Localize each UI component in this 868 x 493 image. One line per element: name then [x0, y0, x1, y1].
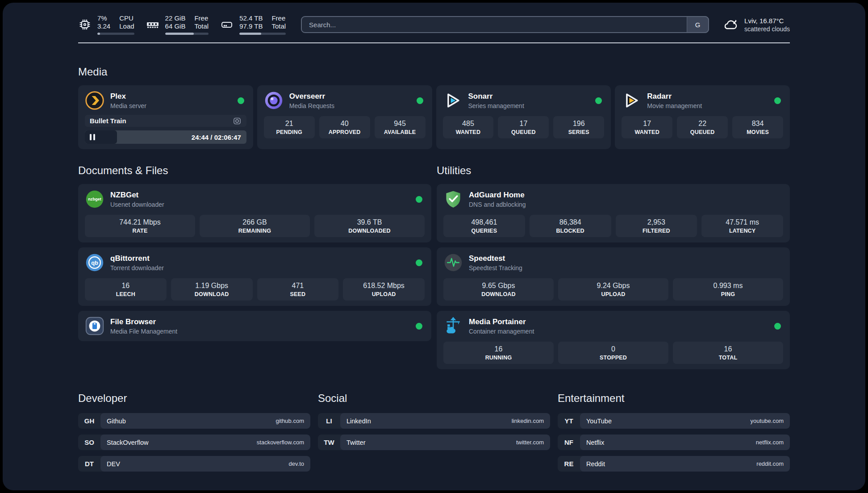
speedtest-card[interactable]: Speedtest Speedtest Tracking 9.65 Gbps D…	[437, 247, 790, 306]
stat-label: WANTED	[447, 129, 490, 135]
developer-column: Developer GH Github github.com SO StackO…	[78, 392, 310, 477]
sonarr-card[interactable]: Sonarr Series management 485 WANTED 17 Q…	[436, 85, 611, 149]
bookmark-url: twitter.com	[516, 439, 544, 446]
disk-values: 52.4 TB 97.9 TB	[239, 14, 263, 30]
stat-label: BLOCKED	[533, 228, 608, 234]
status-dot-online	[417, 97, 423, 104]
memory-total: 64 GiB	[165, 22, 186, 30]
stat-label: FILTERED	[619, 228, 694, 234]
stat-label: QUEUED	[501, 129, 545, 135]
stat-label: REMAINING	[203, 228, 306, 234]
radarr-card[interactable]: Radarr Movie management 17 WANTED 22 QUE…	[615, 85, 790, 149]
stat-tile: 485 WANTED	[443, 116, 494, 138]
cpu-progress-fill	[97, 33, 100, 35]
bookmark-github[interactable]: GH Github github.com	[78, 413, 310, 429]
stat-label: APPROVED	[323, 129, 367, 135]
plex-icon	[85, 91, 104, 110]
disk-metric: 52.4 TB 97.9 TB Free Total	[220, 14, 286, 35]
status-dot-online	[774, 323, 781, 330]
stat-value: 40	[323, 120, 367, 128]
status-dot-online	[416, 259, 422, 266]
total-label: Total	[194, 22, 209, 30]
search-engine-label: G	[695, 21, 701, 29]
overseerr-icon	[264, 91, 284, 110]
portainer-card[interactable]: Media Portainer Container management 16 …	[437, 311, 790, 369]
stat-tile: 618.52 Mbps UPLOAD	[343, 278, 425, 301]
bookmark-stackoverflow[interactable]: SO StackOverflow stackoverflow.com	[78, 435, 310, 450]
app-desc: Torrent downloader	[110, 264, 164, 272]
stat-value: 196	[557, 120, 601, 128]
search-engine-button[interactable]: G	[687, 16, 709, 33]
developer-section-title: Developer	[78, 392, 310, 405]
bookmark-abbr: GH	[78, 413, 100, 429]
bookmark-abbr: TW	[318, 435, 340, 450]
stat-tile: 744.21 Mbps RATE	[85, 215, 195, 237]
bookmark-name: Github	[107, 418, 126, 425]
stat-value: 0.993 ms	[676, 282, 780, 290]
stat-value: 744.21 Mbps	[88, 218, 192, 226]
nzbget-card[interactable]: nzbget NZBGet Usenet downloader 744.21 M…	[78, 184, 431, 242]
bookmark-abbr: LI	[318, 413, 340, 429]
load-label: Load	[119, 22, 134, 30]
free-label: Free	[194, 14, 209, 22]
app-desc: Usenet downloader	[110, 201, 164, 208]
memory-free: 22 GiB	[165, 14, 186, 22]
stat-tile: 16 LEECH	[85, 278, 167, 301]
pause-icon[interactable]	[90, 134, 95, 140]
playback-progress-bar[interactable]: 24:44 / 02:06:47	[85, 130, 246, 144]
stat-tile: 2,953 FILTERED	[616, 215, 697, 237]
qbittorrent-card[interactable]: qb qBittorrent Torrent downloader 16 LEE…	[78, 247, 431, 306]
weather-condition: scattered clouds	[744, 25, 790, 33]
stat-value: 471	[261, 282, 335, 290]
stat-tile: 196 SERIES	[553, 116, 604, 138]
app-desc: Media server	[110, 102, 146, 109]
media-section: Plex Media server Bullet Train 24:44 / 0…	[78, 85, 790, 149]
bookmark-url: stackoverflow.com	[257, 439, 304, 446]
header-divider	[78, 42, 790, 43]
bookmark-url: netflix.com	[756, 439, 784, 446]
stat-tile: 1.19 Gbps DOWNLOAD	[171, 278, 253, 301]
bookmark-youtube[interactable]: YT YouTube youtube.com	[558, 413, 790, 429]
stat-tile: 17 WANTED	[622, 116, 672, 138]
stat-value: 9.65 Gbps	[447, 282, 550, 290]
cpu-values: 7% 3.24	[97, 14, 110, 30]
filebrowser-icon	[85, 316, 104, 336]
stat-value: 9.24 Gbps	[562, 282, 665, 290]
bookmark-dev[interactable]: DT DEV dev.to	[78, 456, 310, 472]
app-name: AdGuard Home	[469, 191, 526, 200]
stat-value: 16	[447, 345, 550, 353]
stat-value: 47.571 ms	[705, 218, 780, 226]
stat-label: UPLOAD	[562, 291, 665, 297]
disk-total: 97.9 TB	[239, 22, 263, 30]
stat-tile: 471 SEED	[257, 278, 339, 301]
disk-free: 52.4 TB	[239, 14, 263, 22]
bookmark-twitter[interactable]: TW Twitter twitter.com	[318, 435, 550, 450]
app-desc: Media File Management	[110, 328, 177, 335]
overseerr-card[interactable]: Overseerr Media Requests 21 PENDING 40 A…	[257, 85, 432, 149]
stat-tile: 9.65 Gbps DOWNLOAD	[443, 278, 554, 301]
status-dot-online	[416, 323, 422, 330]
plex-card[interactable]: Plex Media server Bullet Train 24:44 / 0…	[78, 85, 253, 149]
cpu-metric: 7% 3.24 CPU Load	[78, 14, 134, 35]
memory-values: 22 GiB 64 GiB	[165, 14, 186, 30]
stat-label: SERIES	[557, 129, 601, 135]
search-input[interactable]	[301, 16, 709, 33]
social-column: Social LI LinkedIn linkedin.com TW Twitt…	[318, 392, 550, 477]
bookmark-netflix[interactable]: NF Netflix netflix.com	[558, 435, 790, 450]
stat-value: 22	[680, 120, 724, 128]
memory-labels: Free Total	[194, 14, 209, 30]
bookmark-linkedin[interactable]: LI LinkedIn linkedin.com	[318, 413, 550, 429]
filebrowser-card[interactable]: File Browser Media File Management	[78, 311, 431, 341]
cpu-load: 3.24	[97, 22, 110, 30]
bookmark-reddit[interactable]: RE Reddit reddit.com	[558, 456, 790, 472]
adguard-card[interactable]: AdGuard Home DNS and adblocking 498,461 …	[437, 184, 790, 242]
bookmark-name: Netflix	[586, 439, 604, 446]
bookmark-name: Twitter	[346, 439, 366, 446]
documents-column: Documents & Files nzbget NZBGet Usenet d…	[78, 164, 431, 374]
weather-widget: Lviv, 16.87°C scattered clouds	[722, 17, 790, 33]
social-section-title: Social	[318, 392, 550, 405]
svg-text:qb: qb	[91, 259, 98, 266]
bookmark-name: DEV	[107, 460, 120, 468]
status-dot-online	[416, 196, 422, 203]
stat-label: DOWNLOAD	[447, 291, 550, 297]
